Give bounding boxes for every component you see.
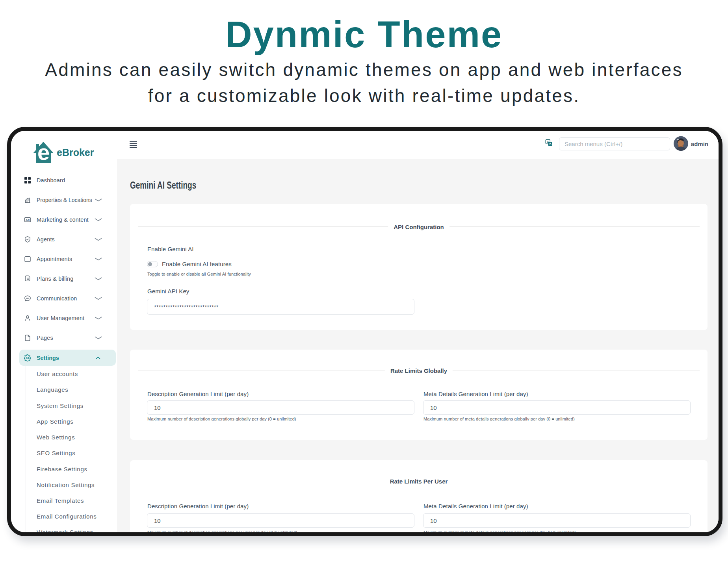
- svg-text:Ad: Ad: [26, 218, 30, 222]
- svg-text:e: e: [37, 142, 50, 163]
